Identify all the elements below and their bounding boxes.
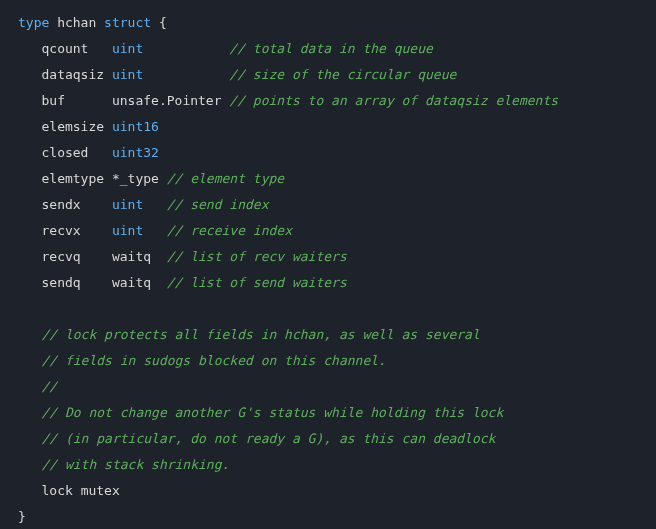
comment-block: // lock protects all fields in hchan, as… <box>41 327 479 342</box>
type-waitq: waitq <box>112 249 151 264</box>
code-block: type hchan struct { qcount uint // total… <box>0 0 656 529</box>
keyword-struct: struct <box>104 15 151 30</box>
type-uint32: uint32 <box>112 145 159 160</box>
comment: // list of recv waiters <box>167 249 347 264</box>
field-elemsize: elemsize <box>41 119 104 134</box>
field-buf: buf <box>41 93 64 108</box>
comment: // receive index <box>167 223 292 238</box>
type-uint: uint <box>112 223 143 238</box>
comment: // send index <box>167 197 269 212</box>
type-uint: uint <box>112 41 143 56</box>
field-closed: closed <box>41 145 88 160</box>
ident-hchan: hchan <box>57 15 96 30</box>
type-uint: uint <box>112 197 143 212</box>
field-lock: lock <box>41 483 72 498</box>
comment-block: // (in particular, do not ready a G), as… <box>41 431 495 446</box>
type-waitq: waitq <box>112 275 151 290</box>
brace-close: } <box>18 509 26 524</box>
type-ptr-type: *_type <box>112 171 159 186</box>
comment: // total data in the queue <box>229 41 433 56</box>
comment-block: // fields in sudogs blocked on this chan… <box>41 353 385 368</box>
keyword-type: type <box>18 15 49 30</box>
type-uint16: uint16 <box>112 119 159 134</box>
comment: // list of send waiters <box>167 275 347 290</box>
field-sendx: sendx <box>41 197 80 212</box>
brace-open: { <box>159 15 167 30</box>
field-elemtype: elemtype <box>41 171 104 186</box>
type-uint: uint <box>112 67 143 82</box>
field-qcount: qcount <box>41 41 88 56</box>
field-sendq: sendq <box>41 275 80 290</box>
comment: // points to an array of dataqsiz elemen… <box>229 93 558 108</box>
comment-block: // Do not change another G's status whil… <box>41 405 503 420</box>
field-recvx: recvx <box>41 223 80 238</box>
type-unsafe-pointer: unsafe.Pointer <box>112 93 222 108</box>
comment-block: // with stack shrinking. <box>41 457 229 472</box>
field-dataqsiz: dataqsiz <box>41 67 104 82</box>
field-recvq: recvq <box>41 249 80 264</box>
type-mutex: mutex <box>81 483 120 498</box>
comment: // size of the circular queue <box>229 67 456 82</box>
comment-block: // <box>41 379 57 394</box>
comment: // element type <box>167 171 284 186</box>
